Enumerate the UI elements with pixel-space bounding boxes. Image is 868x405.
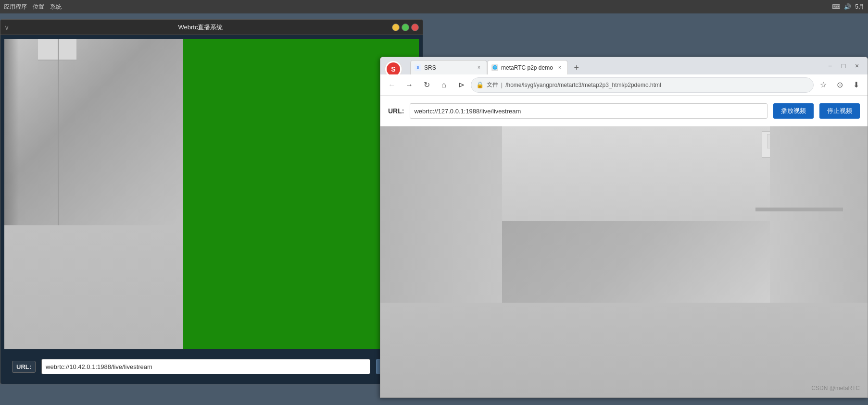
chrome-maximize-btn[interactable]: □ — [837, 59, 850, 73]
webrtc-titlebar: ∨ Webrtc直播系统 — [0, 20, 423, 35]
webrtc-close-btn[interactable] — [411, 24, 419, 31]
webrtc-window-content: URL: 推拉流 — [0, 35, 423, 384]
wall-corner-element — [58, 39, 59, 241]
taskbar-date: 5月 — [855, 3, 864, 11]
taskbar-volume-icon: 🔊 — [844, 3, 851, 10]
chrome-forward-btn[interactable]: → — [402, 77, 417, 93]
chrome-home-btn[interactable]: ⌂ — [436, 77, 452, 93]
p2p-url-input[interactable] — [410, 103, 767, 119]
chrome-cast-btn[interactable]: ⊳ — [453, 77, 469, 93]
webrtc-window-controls — [392, 24, 419, 31]
chrome-toolbar-right: ☆ ⊙ ⬇ — [816, 77, 864, 93]
chrome-tab-p2p[interactable]: 🌐 metaRTC p2p demo × — [487, 60, 568, 74]
bv-shelf — [755, 208, 843, 211]
chrome-tab-srs[interactable]: S SRS × — [410, 60, 487, 74]
browser-window: S S SRS × 🌐 metaRTC p2p demo × + − □ × ←… — [380, 57, 868, 398]
floor-area-element — [4, 225, 183, 349]
webrtc-url-input[interactable] — [41, 359, 370, 374]
taskbar-top: 应用程序 位置 系统 ⌨ 🔊 5月 — [0, 0, 868, 13]
address-path-text: /home/lsygf/yangpro/metartc3/metap2p3_ht… — [505, 82, 661, 88]
chrome-tabs: S SRS × 🌐 metaRTC p2p demo × + — [406, 60, 583, 74]
taskbar-system-menu[interactable]: 系统 — [50, 3, 62, 11]
webrtc-titlebar-left: ∨ — [4, 24, 9, 31]
srs-tab-close[interactable]: × — [475, 64, 483, 72]
p2p-url-label: URL: — [388, 107, 404, 115]
chrome-window-controls: − □ × — [823, 60, 868, 74]
webrtc-minimize-btn[interactable] — [392, 24, 400, 31]
chrome-star-btn[interactable]: ☆ — [816, 77, 831, 93]
chrome-new-tab-btn[interactable]: + — [570, 61, 583, 74]
csdn-watermark: CSDN @metaRTC — [811, 385, 860, 392]
taskbar-app-menu[interactable]: 应用程序 — [4, 3, 27, 11]
webrtc-collapse-icon[interactable]: ∨ — [4, 24, 9, 31]
p2p-page: URL: 播放视频 停止视频 — [380, 96, 868, 126]
taskbar-location-menu[interactable]: 位置 — [33, 3, 44, 11]
webrtc-url-label: URL: — [12, 361, 36, 373]
address-domain-label: 文件 — [487, 81, 498, 89]
srs-tab-favicon: S — [415, 64, 421, 71]
p2p-stop-btn[interactable]: 停止视频 — [819, 103, 860, 119]
webrtc-bottom-bar: URL: 推拉流 — [4, 353, 419, 380]
webrtc-window: ∨ Webrtc直播系统 URL: 推拉流 — [0, 19, 423, 384]
srs-tab-label: SRS — [424, 64, 436, 71]
p2p-tab-label: metaRTC p2p demo — [501, 64, 553, 71]
p2p-tab-close[interactable]: × — [556, 64, 564, 72]
chrome-minimize-btn[interactable]: − — [823, 59, 837, 73]
chrome-back-btn[interactable]: ← — [384, 77, 400, 93]
browser-video-area: CSDN @metaRTC — [380, 126, 868, 397]
chrome-close-btn[interactable]: × — [850, 59, 864, 73]
taskbar-top-left: 应用程序 位置 系统 — [4, 3, 62, 11]
chrome-content: URL: 播放视频 停止视频 CSDN @metaRTC — [380, 96, 868, 397]
chrome-titlebar: S S SRS × 🌐 metaRTC p2p demo × + − □ × — [380, 57, 868, 74]
p2p-tab-favicon: 🌐 — [491, 64, 498, 71]
chrome-user-btn[interactable]: ⊙ — [832, 77, 847, 93]
taskbar-keyboard-icon: ⌨ — [832, 3, 840, 10]
webrtc-window-title: Webrtc直播系统 — [9, 23, 392, 32]
ceiling-box-element — [38, 39, 76, 61]
p2p-url-bar: URL: 播放视频 停止视频 — [388, 103, 860, 119]
bv-floor — [380, 303, 868, 397]
webrtc-camera-feed — [4, 39, 183, 349]
chrome-reload-btn[interactable]: ↻ — [419, 77, 434, 93]
address-lock-icon: 🔒 — [476, 81, 484, 88]
chrome-download-btn[interactable]: ⬇ — [848, 77, 864, 93]
webrtc-video-area — [4, 39, 419, 349]
srs-logo-icon: S — [387, 62, 400, 76]
taskbar-top-right: ⌨ 🔊 5月 — [832, 3, 864, 11]
browser-video-content — [380, 126, 868, 397]
chrome-toolbar: ← → ↻ ⌂ ⊳ 🔒 文件 | /home/lsygf/yangpro/met… — [380, 74, 868, 96]
address-domain-separator: | — [501, 82, 503, 88]
webrtc-maximize-btn[interactable] — [402, 24, 409, 31]
p2p-play-btn[interactable]: 播放视频 — [773, 103, 814, 119]
chrome-address-bar[interactable]: 🔒 文件 | /home/lsygf/yangpro/metartc3/meta… — [471, 77, 814, 93]
